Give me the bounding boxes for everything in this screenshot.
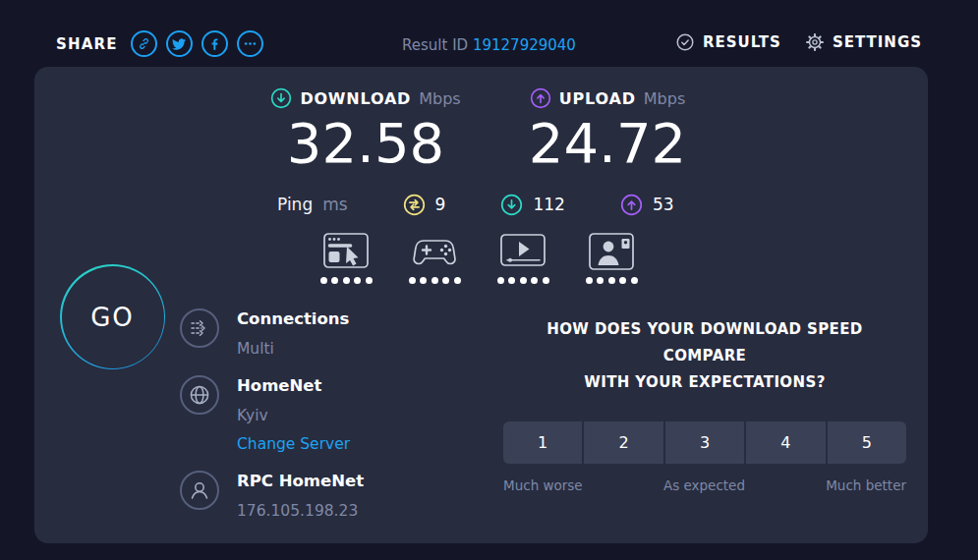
results-label: RESULTS [703, 33, 781, 51]
globe-icon [180, 375, 219, 415]
server-name: HomeNet [237, 376, 350, 395]
gaming-icon [410, 232, 459, 271]
ping-upload-icon [620, 194, 643, 216]
browsing-rating-dots [320, 277, 373, 284]
ping-upload-group: 53 [620, 194, 674, 216]
download-value: 32.58 [258, 112, 474, 175]
conference-rating-dots [586, 277, 638, 284]
upload-unit: Mbps [644, 89, 685, 108]
scale-label-low: Much worse [503, 477, 583, 493]
browsing-icon [321, 232, 371, 271]
connections-value: Multi [237, 340, 349, 358]
results-panel: DOWNLOAD Mbps 32.58 UPLOAD Mbps 24.72 P [34, 67, 928, 543]
person-icon [180, 471, 219, 510]
survey-question: HOW DOES YOUR DOWNLOAD SPEED COMPARE WIT… [503, 316, 906, 396]
scale-label-mid: As expected [663, 477, 745, 493]
nav-results[interactable]: RESULTS [675, 32, 781, 52]
streaming-rating-dots [497, 277, 549, 284]
category-gaming[interactable] [407, 232, 462, 284]
scale-label-high: Much better [826, 477, 906, 493]
go-button[interactable]: GO [60, 264, 165, 369]
download-label: DOWNLOAD [300, 89, 411, 108]
survey-question-line2: WITH YOUR EXPECTATIONS? [503, 369, 906, 396]
upload-result: UPLOAD Mbps 24.72 [499, 86, 716, 175]
upload-value: 24.72 [499, 112, 716, 175]
connections-section: Connections Multi [180, 308, 349, 358]
survey-section: HOW DOES YOUR DOWNLOAD SPEED COMPARE WIT… [503, 316, 906, 493]
ping-idle-group: 9 [403, 194, 446, 216]
category-streaming[interactable] [495, 232, 550, 284]
go-button-label: GO [90, 303, 135, 332]
nav-settings[interactable]: SETTINGS [805, 32, 922, 52]
survey-question-line1: HOW DOES YOUR DOWNLOAD SPEED COMPARE [503, 316, 906, 369]
category-browsing[interactable] [318, 232, 374, 284]
go-button-inner: GO [62, 266, 164, 368]
top-nav: RESULTS SETTINGS [675, 32, 922, 52]
ping-label: Ping [277, 195, 313, 214]
download-unit: Mbps [419, 89, 460, 108]
gaming-rating-dots [409, 277, 461, 284]
upload-label: UPLOAD [559, 89, 636, 108]
rating-button-4[interactable]: 4 [746, 421, 825, 464]
settings-label: SETTINGS [833, 33, 922, 51]
ping-download-value: 112 [533, 195, 564, 214]
ping-idle-icon [403, 194, 426, 216]
result-id-label: Result ID [402, 36, 468, 54]
ping-unit: ms [322, 195, 347, 214]
isp-ip-address: 176.105.198.23 [237, 502, 364, 520]
change-server-link[interactable]: Change Server [237, 435, 350, 453]
rating-scale-labels: Much worse As expected Much better [503, 477, 906, 493]
result-id-value[interactable]: 19127929040 [473, 36, 576, 54]
download-arrow-icon [270, 87, 292, 109]
ping-row: Ping ms 9 [277, 191, 674, 218]
ping-idle-value: 9 [435, 195, 446, 214]
download-result: DOWNLOAD Mbps 32.58 [258, 86, 474, 175]
rating-button-1[interactable]: 1 [503, 421, 582, 464]
rating-button-2[interactable]: 2 [584, 421, 662, 464]
rating-button-5[interactable]: 5 [828, 421, 906, 464]
streaming-icon [498, 232, 547, 271]
server-location: Kyiv [237, 407, 350, 424]
speedtest-app: SHARE [0, 0, 978, 560]
server-section: HomeNet Kyiv Change Server [180, 375, 350, 453]
rating-button-3[interactable]: 3 [665, 421, 744, 464]
category-ratings [318, 232, 639, 284]
isp-section: RPC HomeNet 176.105.198.23 [180, 471, 364, 520]
ping-upload-value: 53 [653, 195, 674, 214]
connections-title: Connections [237, 309, 349, 328]
connections-icon [180, 308, 219, 348]
upload-arrow-icon [530, 87, 551, 109]
conference-icon [587, 232, 636, 271]
category-conference[interactable] [584, 232, 639, 284]
rating-button-group: 1 2 3 4 5 [503, 421, 906, 464]
isp-name: RPC HomeNet [237, 472, 364, 490]
ping-download-group: 112 [500, 194, 564, 216]
gear-icon [805, 32, 825, 52]
top-bar: SHARE [0, 0, 978, 67]
ping-download-icon [500, 194, 523, 216]
check-circle-icon [675, 32, 695, 52]
